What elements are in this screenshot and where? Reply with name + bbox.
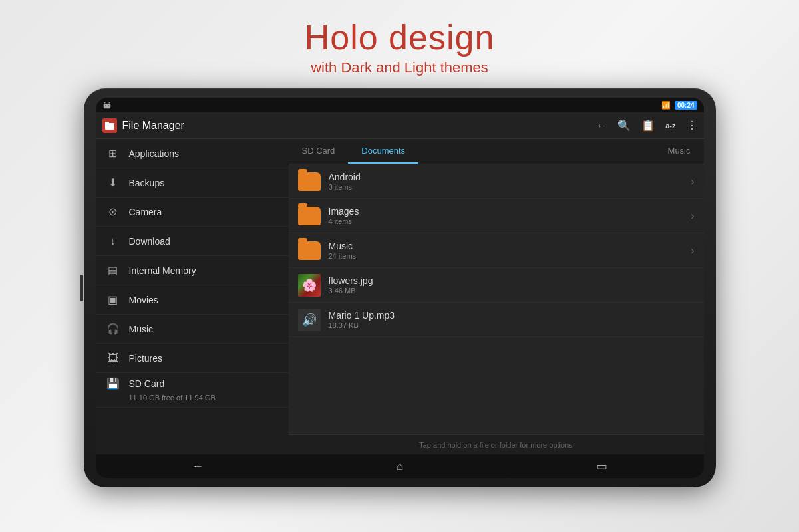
file-meta-flowers: 3.46 MB (329, 287, 695, 295)
file-name-images: Images (329, 206, 683, 217)
svg-point-1 (104, 106, 106, 107)
tab-spacer (418, 139, 654, 164)
status-left (102, 100, 112, 110)
memory-icon: ▤ (106, 264, 120, 277)
file-item-flowers[interactable]: flowers.jpg 3.46 MB (289, 268, 704, 303)
app-bar-actions: ← 🔍 📋 a-z ⋮ (596, 119, 697, 132)
main-area: ⊞ Applications ⬇ Backups ⊙ Camera ↓ Down… (96, 139, 704, 454)
file-name-mario: Mario 1 Up.mp3 (329, 310, 695, 321)
file-meta-android: 0 items (329, 183, 683, 191)
chevron-images: › (691, 210, 694, 222)
svg-point-2 (108, 106, 109, 107)
chevron-music: › (691, 245, 694, 257)
audio-icon: 🔊 (302, 313, 317, 327)
android-icon (102, 100, 112, 110)
sidebar-label-backups: Backups (129, 178, 165, 188)
file-status-text: Tap and hold on a file or folder for mor… (419, 441, 573, 449)
file-item-music-folder[interactable]: Music 24 items › (289, 233, 704, 268)
file-item-android[interactable]: Android 0 items › (289, 164, 704, 199)
tab-music[interactable]: Music (655, 139, 704, 164)
tab-documents[interactable]: Documents (348, 139, 418, 164)
file-status-bar: Tap and hold on a file or folder for mor… (289, 434, 704, 454)
app-bar: File Manager ← 🔍 📋 a-z ⋮ (96, 112, 704, 139)
file-name-music: Music (329, 241, 683, 251)
file-info-android: Android 0 items (329, 172, 683, 191)
folder-icon-android (298, 172, 321, 191)
tablet-device: 📶 00:24 File Manager ← 🔍 📋 a-z ⋮ (84, 88, 716, 487)
tab-sd-card[interactable]: SD Card (289, 139, 349, 164)
battery-time: 00:24 (675, 101, 697, 110)
tv-icon: ▣ (106, 293, 120, 306)
sidebar-item-music[interactable]: 🎧 Music (96, 315, 289, 344)
sidebar-item-download[interactable]: ↓ Download (96, 227, 289, 256)
file-info-images: Images 4 items (329, 206, 683, 225)
app-title: File Manager (122, 120, 591, 132)
pictures-icon: 🖼 (106, 352, 120, 364)
nav-back-button[interactable]: ← (178, 457, 217, 476)
page-title: Holo design (305, 19, 495, 57)
tabs-bar: SD Card Documents Music (289, 139, 704, 164)
file-info-flowers: flowers.jpg 3.46 MB (329, 275, 695, 295)
side-button (80, 275, 83, 301)
sidebar-label-camera: Camera (129, 207, 162, 217)
sidebar-item-camera[interactable]: ⊙ Camera (96, 198, 289, 227)
more-button[interactable]: ⋮ (687, 119, 697, 132)
file-panel: SD Card Documents Music Android 0 items (289, 139, 704, 454)
svg-line-3 (104, 102, 105, 104)
thumbnail-mario: 🔊 (298, 309, 321, 331)
folder-icon-logo (105, 121, 114, 130)
file-info-music: Music 24 items (329, 241, 683, 260)
sd-card-storage: 11.10 GB free of 11.94 GB (129, 394, 216, 402)
clipboard-button[interactable]: 📋 (641, 119, 655, 132)
sidebar-label-pictures: Pictures (129, 353, 163, 364)
folder-icon-images (298, 207, 321, 225)
nav-bar: ← ⌂ ▭ (96, 454, 704, 478)
file-name-flowers: flowers.jpg (329, 275, 695, 286)
chevron-android: › (691, 176, 694, 188)
back-button[interactable]: ← (596, 120, 607, 132)
sidebar: ⊞ Applications ⬇ Backups ⊙ Camera ↓ Down… (96, 139, 289, 454)
sidebar-item-pictures[interactable]: 🖼 Pictures (96, 344, 289, 373)
backup-icon: ⬇ (106, 176, 120, 189)
svg-rect-6 (105, 122, 109, 124)
sd-card-icon: 💾 (106, 377, 120, 390)
file-name-android: Android (329, 172, 683, 182)
sidebar-label-movies: Movies (129, 295, 158, 305)
sidebar-item-movies[interactable]: ▣ Movies (96, 285, 289, 315)
sidebar-label-internal-memory: Internal Memory (129, 265, 196, 276)
file-item-images[interactable]: Images 4 items › (289, 199, 704, 233)
search-button[interactable]: 🔍 (617, 119, 631, 132)
grid-icon: ⊞ (106, 147, 120, 160)
sidebar-item-internal-memory[interactable]: ▤ Internal Memory (96, 256, 289, 285)
file-meta-music: 24 items (329, 252, 683, 260)
sidebar-label-music: Music (129, 324, 154, 334)
status-right: 📶 00:24 (661, 101, 697, 110)
status-bar: 📶 00:24 (96, 98, 704, 112)
folder-icon-music (298, 241, 321, 260)
sidebar-item-backups[interactable]: ⬇ Backups (96, 168, 289, 198)
download-icon: ↓ (106, 235, 120, 247)
app-logo (102, 118, 117, 133)
sidebar-label-sd-card: SD Card (129, 378, 165, 389)
camera-icon: ⊙ (106, 205, 120, 218)
headphones-icon: 🎧 (106, 323, 120, 335)
sidebar-label-applications: Applications (129, 148, 180, 159)
sort-button[interactable]: a-z (665, 122, 675, 130)
file-item-mario[interactable]: 🔊 Mario 1 Up.mp3 18.37 KB (289, 303, 704, 337)
nav-home-button[interactable]: ⌂ (383, 457, 417, 476)
svg-rect-0 (103, 104, 110, 108)
tablet-screen: 📶 00:24 File Manager ← 🔍 📋 a-z ⋮ (96, 98, 704, 478)
page-subtitle: with Dark and Light themes (305, 59, 495, 76)
svg-line-4 (108, 102, 110, 104)
page-header: Holo design with Dark and Light themes (305, 0, 495, 88)
file-meta-mario: 18.37 KB (329, 321, 695, 329)
file-list: Android 0 items › Images 4 items › (289, 164, 704, 434)
file-meta-images: 4 items (329, 217, 683, 225)
nav-recent-button[interactable]: ▭ (583, 456, 621, 476)
thumbnail-flowers (298, 274, 321, 297)
sidebar-item-applications[interactable]: ⊞ Applications (96, 139, 289, 168)
signal-icon: 📶 (661, 101, 671, 110)
file-info-mario: Mario 1 Up.mp3 18.37 KB (329, 310, 695, 329)
sidebar-label-download: Download (129, 236, 170, 247)
sidebar-item-sd-card[interactable]: 💾 SD Card 11.10 GB free of 11.94 GB (96, 373, 289, 408)
